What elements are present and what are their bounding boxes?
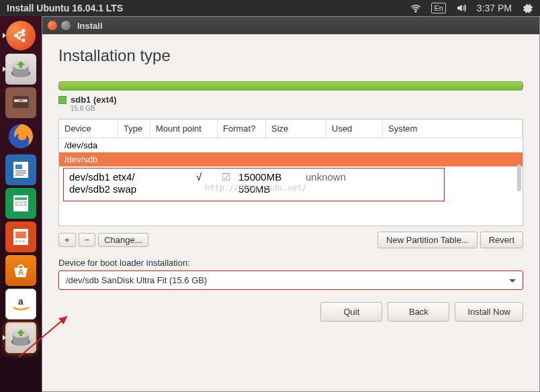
back-button[interactable]: Back: [388, 302, 449, 322]
svg-rect-12: [15, 170, 26, 172]
system-indicators: En 3:37 PM: [410, 2, 533, 14]
revert-button[interactable]: Revert: [480, 232, 523, 248]
ov1-used: unknown: [306, 171, 346, 183]
gear-icon[interactable]: [521, 2, 533, 14]
launcher-calc[interactable]: [5, 188, 36, 219]
window-close-button[interactable]: [48, 21, 57, 30]
table-row-selected[interactable]: /dev/sdb: [59, 152, 523, 166]
svg-rect-27: [22, 240, 25, 242]
svg-rect-24: [15, 232, 26, 238]
launcher-writer[interactable]: [5, 154, 36, 185]
th-device[interactable]: Device: [59, 119, 118, 138]
install-now-button[interactable]: Install Now: [455, 302, 523, 322]
th-format[interactable]: Format?: [218, 119, 266, 138]
launcher-ubuntu[interactable]: [5, 20, 36, 51]
sound-icon[interactable]: [455, 2, 467, 14]
svg-text:a: a: [18, 296, 24, 307]
launcher-files[interactable]: [5, 87, 36, 118]
table-header: Device Type Mount point Format? Size Use…: [59, 119, 523, 138]
launcher-installer[interactable]: [5, 54, 36, 85]
launcher-impress[interactable]: [5, 222, 36, 252]
svg-rect-8: [19, 100, 23, 101]
svg-rect-17: [15, 201, 19, 203]
language-indicator[interactable]: En: [431, 3, 445, 13]
launcher-amazon[interactable]: a: [5, 289, 36, 320]
th-size[interactable]: Size: [266, 119, 326, 138]
partition-size: 15.6 GB: [71, 105, 523, 112]
new-partition-table-button[interactable]: New Partition Table...: [377, 232, 478, 248]
th-used[interactable]: Used: [326, 119, 383, 138]
change-partition-button[interactable]: Change...: [98, 233, 148, 247]
partition-table: Device Type Mount point Format? Size Use…: [58, 119, 523, 226]
window-title: Install: [77, 21, 103, 31]
partition-usage-bar: [58, 81, 523, 91]
footer-buttons: Quit Back Install Now: [58, 302, 523, 322]
app-title: Install Ubuntu 16.04.1 LTS: [7, 3, 123, 13]
scrollbar[interactable]: [517, 164, 521, 191]
svg-text:A: A: [18, 268, 24, 277]
svg-rect-18: [19, 201, 23, 203]
th-system[interactable]: System: [383, 119, 523, 138]
ov1-format: √: [185, 171, 213, 183]
annotation-overlay: dev/sdb1 etx4/ √ ☑ 15000MB unknown dev/s…: [63, 168, 445, 201]
unity-launcher: A a: [0, 16, 42, 392]
add-partition-button[interactable]: +: [58, 233, 76, 247]
table-row[interactable]: /dev/sda: [59, 138, 523, 152]
svg-point-0: [416, 11, 417, 13]
cell-device: /dev/sda: [64, 140, 97, 150]
svg-rect-14: [15, 175, 24, 176]
window-titlebar: Install: [42, 17, 539, 34]
svg-rect-25: [15, 240, 18, 242]
remove-partition-button[interactable]: −: [79, 233, 96, 247]
svg-rect-13: [15, 173, 26, 174]
launcher-firefox[interactable]: [5, 121, 36, 152]
svg-rect-11: [15, 164, 22, 169]
partition-swatch: [58, 96, 66, 104]
table-body: /dev/sda /dev/sdb dev/sdb1 etx4/ √ ☑ 150…: [59, 138, 523, 226]
bootloader-select[interactable]: /dev/sdb SanDisk Ultra Fit (15.6 GB): [58, 271, 523, 290]
partition-legend: sdb1 (ext4): [58, 95, 523, 105]
th-mount[interactable]: Mount point: [150, 119, 218, 138]
bootloader-label: Device for boot loader installation:: [58, 258, 523, 268]
page-heading: Installation type: [58, 46, 523, 65]
svg-rect-21: [19, 204, 23, 206]
network-icon[interactable]: [410, 2, 422, 14]
checkbox-icon: ☑: [213, 171, 238, 183]
install-window: Install Installation type sdb1 (ext4) 15…: [42, 16, 540, 392]
watermark-text: http://blog.csdn.net/: [205, 183, 307, 193]
svg-rect-22: [24, 204, 27, 206]
quit-button[interactable]: Quit: [320, 302, 382, 322]
svg-rect-20: [15, 204, 19, 206]
ov2-device: dev/sdb2 swap: [69, 183, 185, 195]
ov1-size: 15000MB: [238, 171, 306, 183]
chevron-down-icon: [509, 275, 516, 285]
launcher-software[interactable]: A: [5, 255, 36, 286]
system-top-bar: Install Ubuntu 16.04.1 LTS En 3:37 PM: [0, 0, 540, 16]
bootloader-value: /dev/sdb SanDisk Ultra Fit (15.6 GB): [66, 275, 207, 285]
ov1-device: dev/sdb1 etx4/: [69, 171, 185, 183]
window-minimize-button[interactable]: [61, 21, 71, 30]
partition-name: sdb1 (ext4): [71, 95, 117, 105]
table-toolbar: + − Change... New Partition Table... Rev…: [58, 232, 523, 248]
svg-rect-19: [24, 201, 27, 203]
cell-device: /dev/sdb: [64, 154, 97, 164]
th-type[interactable]: Type: [118, 119, 150, 138]
launcher-installer-running[interactable]: [5, 322, 36, 353]
svg-point-3: [21, 38, 25, 42]
clock[interactable]: 3:37 PM: [477, 3, 512, 13]
svg-rect-16: [15, 197, 27, 200]
svg-rect-26: [19, 240, 21, 242]
